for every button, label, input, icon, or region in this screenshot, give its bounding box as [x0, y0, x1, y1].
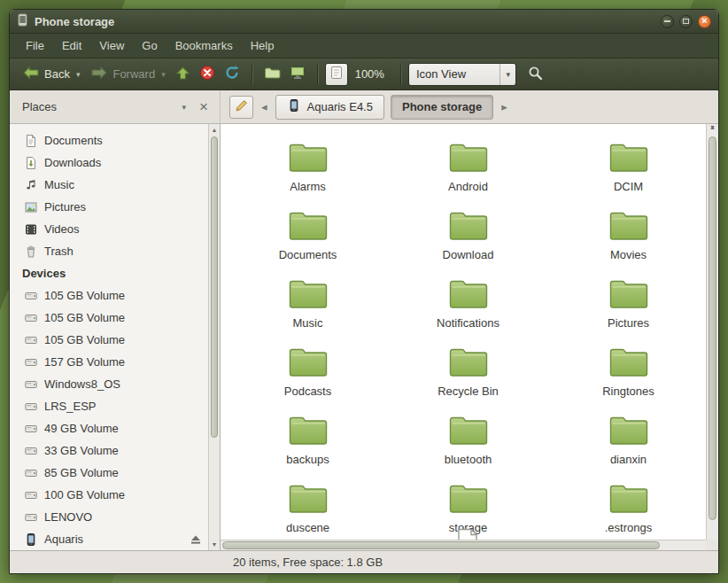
drive-icon [24, 488, 38, 502]
chevron-down-icon: ▾ [182, 103, 186, 112]
folder-item[interactable]: Recycle Bin [388, 346, 548, 415]
folder-item[interactable]: DCIM [548, 142, 706, 210]
sidebar-scrollbar-thumb[interactable] [211, 136, 218, 438]
sidebar-item-documents[interactable]: Documents [10, 129, 207, 152]
maximize-button[interactable] [679, 15, 693, 28]
folder-item[interactable]: dianxin [548, 415, 706, 483]
sidebar-item-105-gb-volume[interactable]: 105 GB Volume [10, 284, 207, 307]
sidebar-pane-select[interactable]: Places ▾ [20, 97, 193, 116]
folder-icon [448, 483, 489, 518]
sidebar-item-aquaris[interactable]: Aquaris [10, 528, 207, 550]
sidebar-item-157-gb-volume[interactable]: 157 GB Volume [10, 351, 207, 373]
vertical-scrollbar-thumb[interactable] [709, 136, 716, 520]
sidebar-item-49-gb-volume[interactable]: 49 GB Volume [10, 417, 207, 439]
menu-item-file[interactable]: File [17, 35, 53, 56]
window-icon [17, 13, 28, 30]
horizontal-scrollbar[interactable] [221, 540, 706, 550]
folder-label: duscene [286, 521, 329, 534]
menu-item-help[interactable]: Help [242, 35, 283, 56]
scroll-down-icon[interactable]: ▼ [707, 124, 718, 130]
home-folder-button[interactable] [259, 62, 285, 86]
menu-item-view[interactable]: View [90, 35, 133, 56]
sidebar-item-label: 105 GB Volume [44, 289, 125, 302]
folder-item[interactable]: Music [228, 278, 388, 346]
computer-button[interactable] [285, 62, 310, 86]
drive-icon [24, 355, 38, 369]
pathbar: ◂ Aquaris E4.5 Phone storage ▸ [221, 90, 718, 123]
folder-label: Ringtones [602, 385, 654, 398]
sidebar-item-label: Aquaris [44, 532, 83, 546]
sidebar-item-lenovo[interactable]: LENOVO [10, 506, 207, 528]
window-body: DocumentsDownloadsMusicPicturesVideosTra… [10, 124, 718, 550]
sidebar-close-button[interactable]: × [193, 97, 214, 118]
zoom-button[interactable] [325, 63, 348, 86]
folder-item[interactable]: Alarms [228, 142, 388, 210]
folder-item[interactable]: Pictures [548, 278, 706, 346]
sidebar-item-trash[interactable]: Trash [10, 240, 207, 262]
stop-icon [199, 65, 215, 83]
folder-item[interactable]: Download [388, 210, 548, 278]
close-button[interactable]: × [698, 15, 711, 28]
stop-button[interactable] [195, 61, 220, 87]
minimize-button[interactable] [661, 15, 674, 28]
scroll-up-icon[interactable]: ▲ [209, 127, 220, 133]
forward-button[interactable]: Forward ▾ [85, 62, 170, 86]
breadcrumb-device-button[interactable]: Aquaris E4.5 [275, 95, 384, 120]
sidebar-item-105-gb-volume[interactable]: 105 GB Volume [10, 307, 207, 329]
sidebar-scrollbar[interactable]: ▲ ▼ [208, 124, 220, 550]
sidebar-item-33-gb-volume[interactable]: 33 GB Volume [10, 439, 207, 462]
back-history-caret-icon[interactable]: ▾ [76, 70, 81, 79]
sidebar-item-label: LENOVO [44, 510, 92, 524]
zoom-level: 100% [355, 67, 384, 81]
sidebar-item-100-gb-volume[interactable]: 100 GB Volume [10, 484, 207, 506]
menu-item-edit[interactable]: Edit [53, 35, 90, 56]
path-scroll-left-icon[interactable]: ◂ [259, 100, 269, 113]
sidebar-item-lrs-esp[interactable]: LRS_ESP [10, 395, 207, 417]
devices-header: Devices [10, 262, 207, 284]
sidebar-item-105-gb-volume[interactable]: 105 GB Volume [10, 329, 207, 351]
folder-item[interactable]: bluetooth [388, 415, 548, 483]
up-button[interactable] [171, 62, 195, 87]
folder-item[interactable]: backups [228, 415, 388, 483]
forward-icon [90, 66, 108, 82]
up-icon [175, 66, 190, 83]
folder-item[interactable]: Ringtones [548, 346, 706, 415]
folder-item[interactable]: Podcasts [228, 346, 388, 415]
back-button[interactable]: Back ▾ [17, 62, 85, 86]
folder-item[interactable]: Android [388, 142, 548, 210]
sidebar-item-downloads[interactable]: Downloads [10, 152, 207, 174]
folder-icon [608, 483, 649, 518]
titlebar: Phone storage × [10, 10, 718, 34]
sidebar-item-label: 157 GB Volume [44, 355, 125, 369]
download-icon [24, 156, 38, 170]
folder-item[interactable]: Movies [548, 210, 706, 278]
maximize-icon [683, 19, 689, 24]
forward-history-caret-icon[interactable]: ▾ [161, 70, 166, 79]
folder-item[interactable]: Notifications [388, 278, 548, 346]
drive-icon [24, 289, 38, 303]
menu-item-bookmarks[interactable]: Bookmarks [167, 35, 242, 56]
folder-item[interactable]: duscene [228, 483, 388, 540]
eject-icon[interactable] [190, 534, 202, 545]
path-scroll-right-icon[interactable]: ▸ [500, 100, 509, 113]
sidebar-item-windows8-os[interactable]: Windows8_OS [10, 373, 207, 395]
sidebar-item-music[interactable]: Music [10, 174, 207, 196]
view-mode-select[interactable]: Icon View ▾ [408, 63, 516, 86]
vertical-scrollbar[interactable]: ▲ ▼ [706, 124, 718, 540]
sidebar-item-pictures[interactable]: Pictures [10, 196, 207, 218]
trash-icon [24, 245, 38, 259]
breadcrumb-current-button[interactable]: Phone storage [391, 95, 493, 120]
status-text: 20 items, Free space: 1.8 GB [233, 556, 383, 569]
horizontal-scrollbar-thumb[interactable] [222, 541, 660, 549]
partial-file-icon[interactable] [456, 528, 479, 540]
folder-icon [608, 346, 649, 382]
scroll-down-icon[interactable]: ▼ [209, 541, 220, 548]
refresh-button[interactable] [220, 61, 244, 87]
sidebar-item-85-gb-volume[interactable]: 85 GB Volume [10, 462, 207, 484]
folder-item[interactable]: .estrongs [548, 483, 706, 540]
folder-item[interactable]: Documents [228, 210, 388, 278]
menu-item-go[interactable]: Go [133, 35, 166, 56]
edit-location-button[interactable] [229, 96, 253, 119]
search-button[interactable] [523, 62, 547, 87]
sidebar-item-videos[interactable]: Videos [10, 218, 207, 240]
